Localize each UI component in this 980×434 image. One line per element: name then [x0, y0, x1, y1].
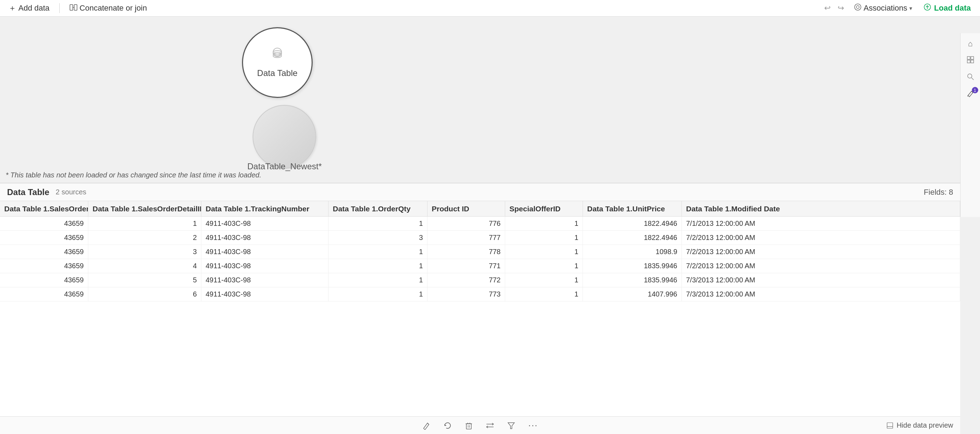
transform-button[interactable] [483, 420, 497, 431]
table-cell: 1 [329, 273, 428, 287]
table-cell: 773 [428, 287, 505, 301]
table-cell: 4911-403C-98 [201, 217, 329, 230]
table-cell: 7/2/2013 12:00:00 AM [682, 245, 960, 259]
table-row: 4365934911-403C-98177811098.97/2/2013 12… [0, 245, 960, 259]
svg-rect-20 [466, 424, 471, 429]
col-header-orderqty: Data Table 1.OrderQty [329, 201, 428, 216]
svg-rect-10 [971, 60, 974, 63]
table-cell: 4911-403C-98 [201, 273, 329, 287]
table-cell: 1 [505, 217, 583, 230]
search-sidebar-button[interactable] [963, 71, 977, 85]
table-cell: 3 [329, 231, 428, 244]
data-table-node[interactable]: Data Table [242, 27, 313, 98]
table-body: 4365914911-403C-98177611822.49467/1/2013… [0, 217, 960, 416]
concatenate-label: Concatenate or join [80, 3, 147, 13]
plus-icon: ＋ [8, 3, 16, 13]
edit-button[interactable] [419, 420, 433, 431]
filter-button[interactable] [504, 420, 518, 431]
refresh-button[interactable] [441, 420, 455, 431]
table-cell: 1 [329, 217, 428, 230]
grid-sidebar-button[interactable] [963, 54, 977, 68]
hide-preview-button[interactable]: Hide data preview [887, 421, 953, 429]
home-sidebar-button[interactable]: ⌂ [963, 37, 977, 51]
table-cell: 1 [505, 259, 583, 273]
svg-line-19 [428, 423, 429, 424]
table-cell: 776 [428, 217, 505, 230]
add-data-label: Add data [18, 3, 49, 13]
toolbar-right: ↩ ↪ Associations ▾ Load data [822, 2, 974, 14]
table-cell: 7/3/2013 12:00:00 AM [682, 287, 960, 301]
table-cell: 1822.4946 [583, 231, 682, 244]
table-row: 4365924911-403C-98377711822.49467/2/2013… [0, 231, 960, 245]
table-cell: 1 [505, 231, 583, 244]
svg-point-11 [967, 74, 972, 78]
main-area: ⌂ [0, 17, 980, 434]
bottom-panel: Data Table 2 sources Fields: 8 Data Tabl… [0, 183, 960, 434]
table-cell: 1098.9 [583, 245, 682, 259]
table-row: 4365954911-403C-98177211835.99467/3/2013… [0, 273, 960, 287]
table-cell: 7/3/2013 12:00:00 AM [682, 273, 960, 287]
svg-rect-0 [70, 5, 73, 10]
associations-button[interactable]: Associations ▾ [850, 2, 916, 14]
undo-button[interactable]: ↩ [822, 2, 833, 14]
svg-rect-9 [967, 60, 970, 63]
table-cell: 1 [505, 273, 583, 287]
delete-button[interactable] [462, 420, 476, 431]
add-data-button[interactable]: ＋ Add data [6, 2, 52, 15]
concatenate-icon [70, 3, 77, 13]
table-cell: 1 [329, 245, 428, 259]
table-icon [269, 47, 286, 68]
more-button[interactable]: ··· [525, 418, 541, 432]
toolbar-left: ＋ Add data Concatenate or join [6, 2, 150, 15]
col-header-modifieddate: Data Table 1.Modified Date [682, 201, 960, 216]
table-cell: 3 [88, 245, 201, 259]
table-cell: 777 [428, 231, 505, 244]
col-header-trackingnumber: Data Table 1.TrackingNumber [201, 201, 329, 216]
data-table-node-label: Data Table [257, 68, 298, 78]
bottom-toolbar: ··· Hide data preview [0, 416, 960, 434]
table-cell: 43659 [0, 217, 88, 230]
table-cell: 43659 [0, 259, 88, 273]
table-row: 4365944911-403C-98177111835.99467/2/2013… [0, 259, 960, 273]
table-row: 4365964911-403C-98177311407.9967/3/2013 … [0, 287, 960, 302]
svg-line-12 [972, 78, 974, 80]
table-cell: 778 [428, 245, 505, 259]
table-cell: 43659 [0, 231, 88, 244]
warning-text: * This table has not been loaded or has … [6, 171, 261, 179]
col-header-unitprice: Data Table 1.UnitPrice [583, 201, 682, 216]
redo-button[interactable]: ↪ [835, 2, 846, 14]
datatable-newest-circle[interactable] [253, 105, 316, 169]
table-cell: 43659 [0, 287, 88, 301]
svg-rect-1 [74, 5, 77, 10]
table-cell: 1822.4946 [583, 217, 682, 230]
table-cell: 4911-403C-98 [201, 259, 329, 273]
table-cell: 7/2/2013 12:00:00 AM [682, 231, 960, 244]
badge: 1 [972, 87, 978, 93]
associations-label: Associations [864, 3, 908, 13]
svg-line-14 [967, 96, 968, 96]
table-row: 4365914911-403C-98177611822.49467/1/2013… [0, 217, 960, 231]
table-cell: 1407.996 [583, 287, 682, 301]
table-cell: 1 [329, 287, 428, 301]
pencil-sidebar-button[interactable]: 1 [963, 88, 977, 102]
load-data-button[interactable]: Load data [920, 2, 974, 14]
svg-rect-8 [971, 57, 974, 59]
table-cell: 4 [88, 259, 201, 273]
svg-marker-26 [508, 423, 514, 429]
svg-point-3 [854, 4, 861, 10]
chevron-down-icon: ▾ [909, 5, 912, 12]
grid-icon [967, 56, 974, 66]
data-table-circle[interactable]: Data Table [242, 27, 313, 98]
datatable-newest-node[interactable]: DataTable_Newest* [247, 105, 322, 171]
table-cell: 43659 [0, 273, 88, 287]
table-cell: 2 [88, 231, 201, 244]
toolbar-divider [59, 3, 60, 13]
table-cell: 772 [428, 273, 505, 287]
home-icon: ⌂ [968, 39, 972, 48]
panel-sources: 2 sources [56, 188, 87, 196]
datatable-newest-label: DataTable_Newest* [247, 161, 322, 171]
canvas-area: Data Table DataTable_Newest* * This tabl… [0, 17, 960, 183]
table-cell: 43659 [0, 245, 88, 259]
concatenate-join-button[interactable]: Concatenate or join [67, 2, 150, 14]
load-data-label: Load data [934, 3, 971, 13]
